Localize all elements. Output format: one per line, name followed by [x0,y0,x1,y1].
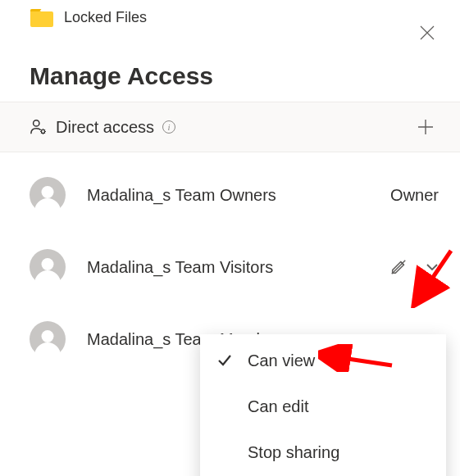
svg-line-6 [41,129,42,130]
principal-role: Owner [390,186,439,205]
svg-point-0 [34,120,39,126]
principal-row: Madalina_s Team Owners Owner [23,159,450,231]
svg-point-1 [41,129,44,133]
permission-option-can-edit[interactable]: Can edit [200,383,446,429]
permission-option-stop-sharing[interactable]: Stop sharing [200,429,446,475]
check-icon [216,352,233,369]
info-icon[interactable]: i [162,120,175,134]
svg-line-7 [44,133,45,134]
svg-line-10 [392,261,406,274]
permission-menu: Can view Can edit Stop sharing [200,334,446,476]
folder-icon [30,7,54,28]
direct-access-label: Direct access [56,118,154,137]
principal-row: Madalina_s Team Visitors [23,231,450,303]
permission-option-label: Can edit [248,397,309,416]
close-button[interactable] [412,18,442,48]
svg-line-8 [44,129,45,130]
permission-option-label: Stop sharing [248,443,339,462]
principal-name: Madalina_s Team Owners [87,186,390,205]
permission-dropdown-button[interactable] [421,256,444,279]
principal-name: Madalina_s Team Visitors [87,258,389,277]
permission-option-label: Can view [248,351,315,370]
avatar [30,177,66,213]
folder-name: Locked Files [64,9,147,26]
pencil-slash-icon [389,258,408,276]
svg-line-9 [41,133,42,134]
avatar [30,249,66,285]
person-gear-icon [30,118,48,136]
direct-access-section: Direct access i [0,102,460,152]
avatar [30,321,66,357]
page-title: Manage Access [30,62,460,90]
permission-option-can-view[interactable]: Can view [200,338,446,383]
add-principal-button[interactable] [411,112,440,142]
